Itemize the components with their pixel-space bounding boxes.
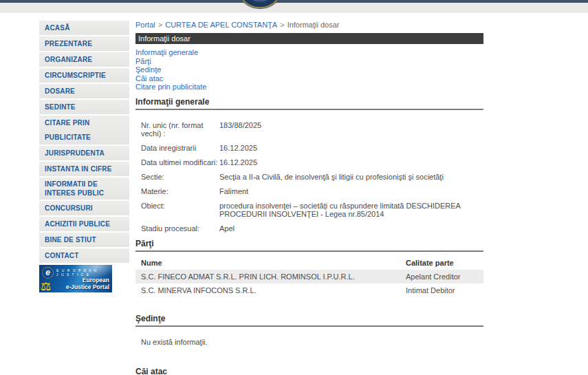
breadcrumb-separator: >	[280, 21, 284, 29]
field-sectie: Sectie: Secţia a II-a Civilă, de insolve…	[135, 173, 483, 181]
parti-table: Nume Calitate parte S.C. FINECO ADMAT S.…	[135, 256, 483, 297]
ejustice-caption-line-2: e-Justice Portal	[66, 283, 109, 290]
ejustice-caption-line-1: European	[83, 277, 109, 283]
field-materie: Materie: Faliment	[135, 187, 483, 195]
sidebar-item-bine-de-stiut[interactable]: BINE DE STIUT	[39, 233, 129, 247]
field-value: 16.12.2025	[219, 158, 479, 167]
parti-table-header-row: Nume Calitate parte	[135, 256, 483, 270]
sidebar-item-concursuri[interactable]: CONCURSURI	[39, 201, 129, 215]
field-value: procedura insolvenţei – societăţi cu răs…	[219, 202, 479, 218]
sidebar-item-informatii-de-interes-public[interactable]: INFORMATII DE INTERES PUBLIC	[39, 178, 129, 200]
section-heading-cai-atac: Căi atac	[135, 367, 483, 375]
link-citare-prin-publicitate[interactable]: Citare prin publicitate	[135, 83, 483, 92]
table-row: S.C. FINECO ADMAT S.R.L. PRIN LICH. ROMI…	[135, 270, 483, 283]
ejustice-logo-words: E U R O P E A N J U S T I C E	[56, 268, 98, 277]
field-data-ultimei-modificari: Data ultimei modificari: 16.12.2025	[135, 158, 483, 167]
breadcrumb-separator: >	[158, 21, 162, 29]
field-data-inregistrarii: Data inregistrarii 16.12.2025	[135, 144, 483, 152]
field-value: Apel	[219, 224, 479, 233]
ejustice-portal-banner[interactable]: e E U R O P E A N J U S T I C E ⚖ Europe…	[39, 265, 112, 292]
sidebar-item-citare-prin-publicitate[interactable]: CITARE PRIN PUBLICITATE	[39, 116, 129, 144]
field-value: Secţia a II-a Civilă, de insolvenţă şi l…	[219, 173, 479, 181]
general-fields: Nr. unic (nr. format vechi) : 183/88/202…	[135, 121, 483, 233]
link-informatii-generale[interactable]: Informaţii generale	[135, 48, 483, 57]
sidebar-item-jurisprudenta[interactable]: JURISPRUDENTA	[39, 146, 129, 160]
field-label: Nr. unic (nr. format vechi) :	[135, 121, 219, 138]
field-nr-unic: Nr. unic (nr. format vechi) : 183/88/202…	[135, 121, 483, 138]
sidebar-item-dosare[interactable]: DOSARE	[39, 84, 129, 98]
field-label: Sectie:	[135, 173, 219, 181]
field-value: 16.12.2025	[219, 144, 479, 152]
sidebar-item-organizare[interactable]: ORGANIZARE	[39, 52, 129, 67]
field-label: Data inregistrarii	[135, 144, 219, 152]
sidebar-item-achizitii-publice[interactable]: ACHIZITII PUBLICE	[39, 217, 129, 231]
sidebar-item-sedinte[interactable]: SEDINTE	[39, 100, 129, 114]
page-title-bar: Informaţii dosar	[135, 33, 483, 44]
scales-of-justice-icon: ⚖	[41, 279, 51, 292]
sedinte-empty-message: Nu există informaţii.	[135, 338, 483, 346]
main-content: Portal>CURTEA DE APEL CONSTANŢA>Informaţ…	[135, 21, 483, 375]
column-header-calitate-parte: Calitate parte	[400, 256, 483, 270]
header-gray-band	[0, 3, 588, 13]
field-label: Materie:	[135, 187, 219, 195]
section-heading-parti: Părţi	[135, 239, 483, 252]
field-value: Faliment	[219, 187, 479, 195]
field-label: Data ultimei modificari:	[135, 158, 219, 167]
breadcrumb-link-curtea-de-apel[interactable]: CURTEA DE APEL CONSTANŢA	[165, 21, 277, 29]
breadcrumb-link-portal[interactable]: Portal	[135, 21, 155, 29]
sidebar-item-circumscriptie[interactable]: CIRCUMSCRIPTIE	[39, 68, 129, 83]
sidebar-item-acasa[interactable]: ACASĂ	[39, 21, 129, 35]
parti-nume-cell: S.C. FINECO ADMAT S.R.L. PRIN LICH. ROMI…	[135, 270, 400, 283]
link-sedinte[interactable]: Şedinţe	[135, 65, 483, 74]
field-value: 183/88/2025	[219, 121, 479, 138]
field-stadiu-procesual: Stadiu procesual: Apel	[135, 224, 483, 233]
link-parti[interactable]: Părţi	[135, 57, 483, 66]
ejustice-e-logo-icon: e	[42, 267, 54, 279]
sidebar: ACASĂ PREZENTARE ORGANIZARE CIRCUMSCRIPT…	[39, 21, 129, 292]
section-heading-sedinte: Şedinţe	[135, 314, 483, 327]
section-heading-informatii-generale: Informaţii generale	[135, 97, 483, 110]
ejustice-caption: European e-Justice Portal	[66, 277, 109, 290]
field-obiect: Obiect: procedura insolvenţei – societăţ…	[135, 202, 483, 218]
field-label: Stadiu procesual:	[135, 224, 219, 233]
field-label: Obiect:	[135, 202, 219, 218]
sidebar-item-contact[interactable]: CONTACT	[39, 248, 129, 263]
parti-calitate-cell: Apelant Creditor	[400, 270, 483, 283]
column-header-nume: Nume	[135, 256, 400, 270]
sidebar-item-prezentare[interactable]: PREZENTARE	[39, 36, 129, 51]
dosar-section-links: Informaţii generale Părţi Şedinţe Căi at…	[135, 48, 483, 92]
link-cai-atac[interactable]: Căi atac	[135, 74, 483, 83]
parti-nume-cell: S.C. MINERVA INFOCONS S.R.L.	[135, 283, 400, 297]
parti-calitate-cell: Intimat Debitor	[400, 283, 483, 297]
sidebar-item-instanta-in-cifre[interactable]: INSTANTA IN CIFRE	[39, 162, 129, 176]
table-row: S.C. MINERVA INFOCONS S.R.L. Intimat Deb…	[135, 283, 483, 297]
breadcrumb-current: Informaţii dosar	[287, 21, 340, 29]
breadcrumb: Portal>CURTEA DE APEL CONSTANŢA>Informaţ…	[135, 21, 483, 30]
